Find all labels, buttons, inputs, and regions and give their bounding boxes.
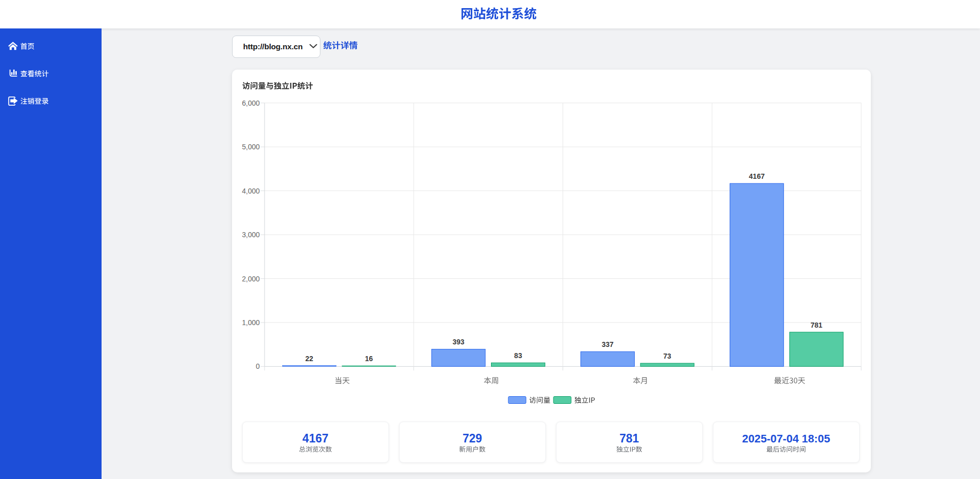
- svg-text:3,000: 3,000: [242, 231, 259, 239]
- svg-text:2025-07-04 18:05: 2025-07-04 18:05: [742, 432, 830, 445]
- svg-text:1,000: 1,000: [242, 318, 259, 327]
- svg-text:4167: 4167: [303, 432, 329, 445]
- svg-text:6,000: 6,000: [242, 99, 259, 107]
- svg-text:4,000: 4,000: [242, 187, 259, 195]
- svg-text:781: 781: [810, 321, 823, 329]
- svg-text:393: 393: [452, 338, 465, 346]
- svg-text:0: 0: [256, 362, 260, 370]
- svg-text:83: 83: [514, 352, 522, 360]
- svg-text:2,000: 2,000: [242, 275, 259, 283]
- svg-text:781: 781: [619, 432, 639, 445]
- svg-text:22: 22: [305, 355, 313, 363]
- svg-text:729: 729: [463, 432, 482, 445]
- svg-text:5,000: 5,000: [242, 143, 259, 151]
- svg-text:4167: 4167: [749, 172, 765, 180]
- svg-text:337: 337: [602, 340, 614, 348]
- svg-text:73: 73: [663, 352, 671, 360]
- svg-text:16: 16: [365, 355, 373, 363]
